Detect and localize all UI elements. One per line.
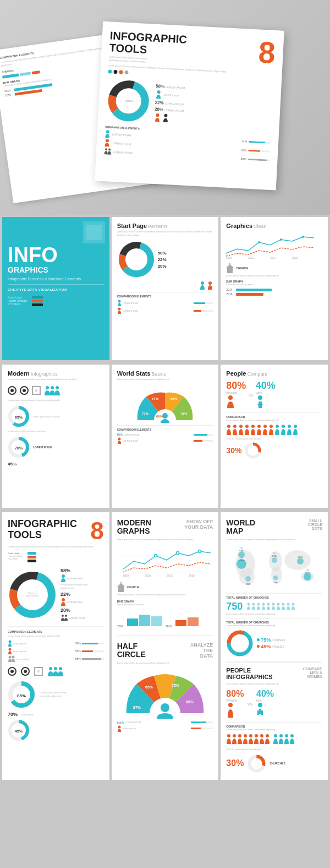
world-map-title2: MAP (226, 527, 255, 535)
svg-point-142 (267, 603, 270, 606)
world-lorem1: LOREM IPSUM (124, 433, 193, 436)
svg-rect-155 (261, 710, 263, 715)
bottom-mid-col: MODERN GRAPHS SHOW OFF YOUR DATA Lorem i… (112, 512, 219, 780)
bl-lorem2: LOREM IPSUM (67, 601, 82, 604)
hero-paper-front: INFOGRAPHICTOOLS Lorem ipsum dolor sit a… (95, 21, 284, 191)
women-pct: 80% (226, 380, 246, 392)
cell-world-stats: World Stats Basics Lorem ipsum dolor sit… (112, 365, 219, 508)
church-label-bm: CHURCH (127, 585, 139, 589)
svg-text:75%: 75% (172, 683, 180, 687)
svg-point-140 (257, 603, 260, 606)
svg-point-9 (105, 149, 107, 151)
svg-point-73 (65, 615, 67, 617)
cell-graphics-clean: Graphics Clean 2010 2012 2014 2016 (221, 217, 328, 360)
svg-point-77 (12, 656, 15, 659)
svg-point-78 (49, 667, 52, 670)
modern-title: Modern (8, 370, 30, 377)
svg-point-167 (290, 734, 294, 737)
usa-label-bm: USA (117, 721, 124, 724)
svg-point-90 (154, 554, 157, 557)
svg-text:CAN: CAN (239, 549, 244, 552)
bl-pct2: 22% (61, 592, 94, 597)
modern-lorem: LOREM IPSUM (33, 446, 52, 449)
start-page-accent: Percents (148, 224, 168, 229)
churches-label2: CHURCHES (270, 762, 285, 765)
svg-text:65%: 65% (15, 415, 23, 419)
svg-point-10 (108, 149, 111, 151)
world-lorem2: LOREM IPSUM (123, 440, 193, 442)
men-pct: 40% (256, 380, 276, 392)
world-accent3: DOTS (308, 527, 322, 530)
infographics-title: INFO (8, 245, 104, 265)
modern-graphs-title1: MODERN (117, 519, 151, 527)
families-label: FAMILIES (272, 645, 284, 648)
row-2: Modern Infographics Lorem ipsum dolor si… (0, 362, 330, 510)
bottom-body: Lorem ipsum dolor sit amet consectetur a… (8, 545, 104, 549)
svg-point-74 (9, 641, 12, 643)
start-page-body: Lorem ipsum dolor sit amet consectetur a… (117, 230, 213, 237)
cell-people-compare: People Compare 80% WOMEN VS 40% MEN (221, 365, 328, 508)
row-1: INFO GRAPHICS Infographic Business & Bro… (0, 215, 330, 362)
svg-text:150: 150 (240, 546, 244, 549)
svg-text:50: 50 (273, 552, 276, 555)
svg-point-165 (279, 734, 283, 737)
bottom-tools-title2: TOOLS (8, 530, 77, 541)
svg-point-17 (118, 300, 120, 303)
svg-point-55 (245, 425, 249, 428)
svg-rect-102 (139, 615, 150, 626)
font2-label: PTT Slans (8, 302, 28, 306)
svg-point-52 (227, 425, 230, 428)
couples-pct: 75% (261, 637, 271, 643)
graphics-title: Graphics (226, 223, 252, 229)
hero-section: COMPARISON ELEMENTS Lorem ipsum dolor si… (0, 0, 330, 215)
world-stats-title: World Stats (117, 370, 151, 377)
svg-text:65%: 65% (145, 685, 153, 689)
svg-point-147 (292, 603, 295, 606)
bottom-left-col: INFOGRAPHIC TOOLS 8 Lorem ipsum dolor si… (2, 512, 109, 780)
bl-lorem3: LOREM IPSUM (69, 617, 85, 620)
svg-rect-106 (188, 617, 199, 626)
bottom-section: INFOGRAPHIC TOOLS 8 Lorem ipsum dolor si… (0, 510, 330, 782)
svg-point-46 (118, 438, 120, 441)
vs-text: VS (248, 393, 253, 397)
svg-text:150: 150 (240, 556, 244, 559)
svg-text:2010: 2010 (226, 256, 232, 259)
pct1: 58% (158, 251, 167, 256)
svg-point-163 (266, 734, 269, 737)
svg-point-48 (258, 395, 262, 400)
svg-point-32 (56, 386, 59, 389)
svg-text:2013: 2013 (167, 574, 173, 577)
svg-text:2008: 2008 (123, 574, 129, 577)
svg-text:USA: USA (239, 559, 244, 562)
svg-point-21 (302, 236, 304, 238)
svg-text:2010: 2010 (145, 574, 151, 577)
svg-text:2016: 2016 (189, 574, 195, 577)
svg-point-79 (54, 667, 57, 670)
pct3-label: 45% (8, 462, 104, 466)
font1-label: Palatin Linotype (8, 299, 28, 302)
svg-rect-99 (120, 582, 122, 585)
bl-lorem1: LOREM IPSUM (67, 577, 82, 580)
people-accent2: MEN & (303, 671, 322, 675)
svg-point-40 (162, 413, 168, 419)
svg-text:2014: 2014 (117, 625, 123, 628)
svg-point-70 (62, 574, 65, 578)
svg-text:87%: 87% (133, 706, 141, 709)
church-pct2: 30% (226, 758, 244, 768)
half-circle-title2: CIRCLE (117, 650, 146, 659)
hero-title: INFOGRAPHICTOOLS (109, 29, 187, 57)
svg-point-15 (201, 281, 204, 285)
svg-point-159 (244, 734, 247, 737)
svg-text:FRA: FRA (272, 555, 277, 557)
graphics-accent: Clean (254, 224, 267, 229)
svg-point-166 (285, 734, 288, 737)
svg-point-71 (62, 598, 65, 601)
svg-point-59 (270, 425, 273, 428)
svg-text:2012: 2012 (248, 256, 254, 259)
svg-point-108 (161, 703, 169, 712)
svg-rect-103 (151, 616, 162, 626)
svg-point-157 (233, 734, 236, 737)
svg-point-156 (227, 734, 230, 737)
churches-label-br: TOTAL NUMBER OF CHURCHES (226, 596, 322, 599)
pct2: 22% (158, 257, 167, 262)
